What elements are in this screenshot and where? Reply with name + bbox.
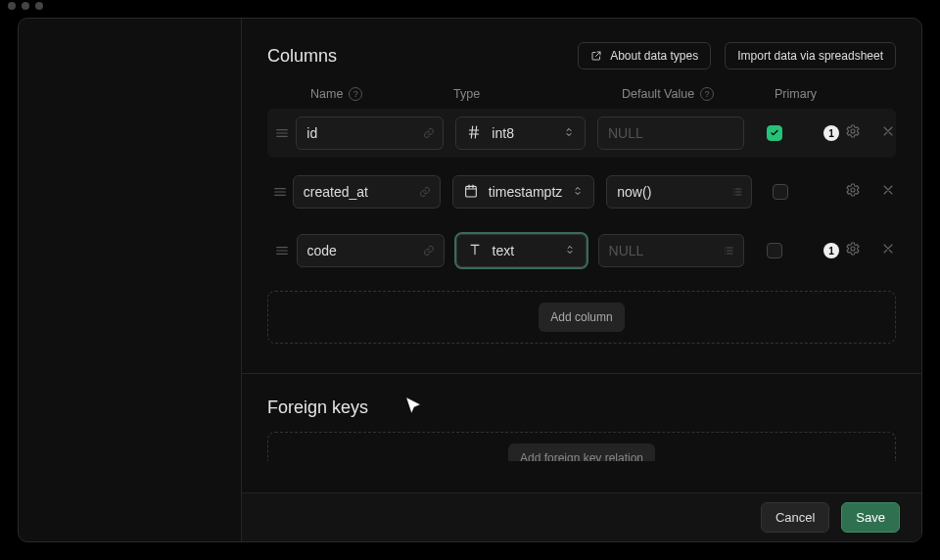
about-data-types-button[interactable]: About data types: [578, 42, 711, 70]
modal: Columns About data types Import data via…: [18, 18, 922, 542]
save-button[interactable]: Save: [841, 502, 900, 533]
settings-badge: 1: [823, 243, 839, 258]
svg-point-0: [851, 129, 855, 133]
column-settings-button[interactable]: [845, 182, 861, 202]
modal-footer: Cancel Save: [242, 492, 921, 541]
column-name-input[interactable]: code: [297, 234, 416, 267]
header-primary: Primary: [775, 87, 817, 101]
column-type-select[interactable]: timestamptz: [452, 175, 594, 209]
import-spreadsheet-label: Import data via spreadsheet: [737, 49, 883, 63]
help-icon[interactable]: ?: [700, 87, 714, 101]
column-settings-button[interactable]: [845, 241, 861, 260]
delete-column-button[interactable]: [880, 182, 896, 202]
mac-traffic-lights: [8, 2, 43, 10]
settings-badge: 1: [823, 125, 839, 141]
chevron-updown-icon: [564, 243, 576, 258]
default-value-input[interactable]: NULL: [597, 117, 744, 150]
svg-rect-1: [465, 186, 476, 197]
drag-handle[interactable]: [267, 243, 297, 258]
primary-key-checkbox[interactable]: [767, 125, 782, 141]
column-row: created_at timestamptz now(): [267, 167, 896, 216]
delete-column-button[interactable]: [880, 123, 896, 143]
text-type-icon: [467, 242, 483, 260]
delete-column-button[interactable]: [880, 241, 896, 260]
header-name: Name: [310, 87, 343, 101]
default-options-button[interactable]: [715, 234, 744, 267]
external-link-icon: [590, 50, 602, 62]
add-fk-zone: Add foreign key relation: [267, 432, 896, 461]
type-label: int8: [492, 125, 514, 141]
chevron-updown-icon: [572, 184, 584, 200]
foreign-key-link-button[interactable]: [414, 117, 444, 150]
column-settings-button[interactable]: [845, 123, 861, 143]
svg-point-2: [851, 188, 855, 192]
column-row: id int8 NULL 1: [267, 109, 896, 158]
header-type: Type: [453, 87, 480, 101]
modal-sidebar: [19, 19, 242, 541]
help-icon[interactable]: ?: [349, 87, 362, 101]
type-label: text: [493, 243, 515, 258]
add-foreign-key-button[interactable]: Add foreign key relation: [508, 443, 655, 461]
hash-icon: [466, 124, 482, 143]
about-data-types-label: About data types: [610, 49, 698, 63]
column-name-input[interactable]: id: [296, 117, 415, 150]
add-column-button[interactable]: Add column: [539, 303, 624, 332]
add-column-zone: Add column: [267, 291, 896, 344]
column-type-select[interactable]: int8: [455, 117, 586, 150]
calendar-icon: [463, 183, 479, 202]
columns-heading: Columns: [267, 46, 337, 67]
column-row: code text NULL 1: [267, 226, 896, 275]
column-name-input[interactable]: created_at: [293, 175, 412, 209]
chevron-updown-icon: [563, 125, 575, 141]
drag-handle[interactable]: [267, 125, 296, 141]
import-spreadsheet-button[interactable]: Import data via spreadsheet: [725, 42, 896, 70]
header-default: Default Value: [622, 87, 694, 101]
column-type-select[interactable]: text: [456, 234, 587, 267]
column-headers: Name ? Type Default Value ? Primary: [267, 83, 896, 109]
primary-key-checkbox[interactable]: [773, 184, 788, 200]
foreign-key-link-button[interactable]: [411, 175, 441, 209]
default-value-input[interactable]: now(): [606, 175, 724, 209]
cancel-button[interactable]: Cancel: [761, 502, 829, 533]
foreign-key-link-button[interactable]: [415, 234, 445, 267]
default-options-button[interactable]: [723, 175, 752, 209]
svg-point-3: [851, 247, 855, 251]
default-value-input[interactable]: NULL: [598, 234, 716, 267]
drag-handle[interactable]: [267, 184, 293, 200]
type-label: timestamptz: [489, 184, 562, 200]
primary-key-checkbox[interactable]: [767, 243, 782, 258]
foreign-keys-heading: Foreign keys: [267, 397, 896, 418]
